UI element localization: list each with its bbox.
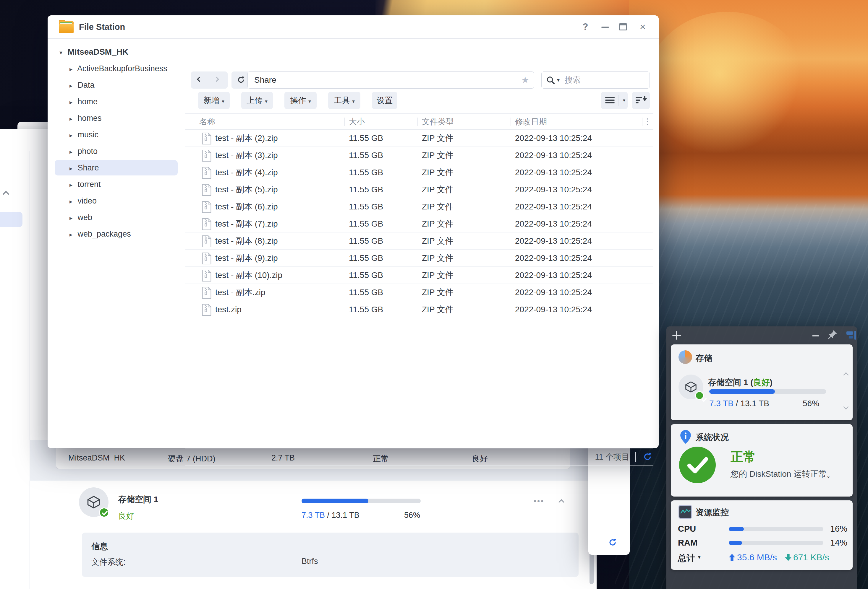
back-button[interactable]	[191, 72, 209, 88]
table-row[interactable]: test - 副本 (7).zip 11.55 GB ZIP 文件 2022-0…	[185, 215, 653, 233]
maximize-icon[interactable]	[618, 21, 629, 32]
column-header-modified[interactable]: 修改日期	[515, 114, 547, 130]
add-widget-icon[interactable]	[672, 331, 682, 340]
sidebar-item-web[interactable]: ▸ web	[47, 209, 184, 226]
zip-file-icon	[201, 304, 212, 316]
table-row[interactable]: test - 副本 (5).zip 11.55 GB ZIP 文件 2022-0…	[185, 181, 653, 198]
toolbar-button-新增[interactable]: 新增▾	[198, 92, 230, 109]
close-icon[interactable]: ×	[637, 21, 648, 32]
sort-button[interactable]	[632, 92, 650, 109]
file-name: test - 副本 (2).zip	[215, 130, 278, 147]
sidebar-item-label: torrent	[78, 180, 101, 189]
expand-triangle-icon[interactable]: ▸	[69, 77, 75, 94]
zip-file-icon	[201, 218, 212, 230]
column-header-size[interactable]: 大小	[349, 114, 365, 130]
minimize-panel-icon[interactable]	[812, 331, 821, 340]
expand-triangle-icon[interactable]: ▸	[69, 193, 75, 210]
table-row[interactable]: test - 副本 (9).zip 11.55 GB ZIP 文件 2022-0…	[185, 250, 653, 267]
expand-triangle-icon[interactable]: ▸	[69, 127, 75, 144]
collapse-section-icon[interactable]	[559, 500, 564, 505]
sort-lines-icon	[636, 97, 642, 105]
file-modified: 2022-09-13 10:25:24	[515, 301, 592, 318]
sidebar-selected-item[interactable]	[0, 212, 22, 227]
expand-triangle-icon[interactable]: ▸	[69, 61, 75, 77]
resource-meter-cpu: CPU 16%	[671, 524, 853, 536]
path-input[interactable]: Share ★	[248, 72, 534, 88]
total-label[interactable]: 总计	[678, 552, 695, 564]
bottom-divider	[185, 465, 653, 466]
help-icon[interactable]: ?	[580, 21, 591, 32]
path-value: Share	[254, 72, 276, 88]
titlebar[interactable]: File Station ? ×	[47, 15, 659, 39]
dock-layout-icon[interactable]	[846, 330, 857, 340]
table-row[interactable]: test - 副本 (10).zip 11.55 GB ZIP 文件 2022-…	[185, 267, 653, 284]
toolbar-button-操作[interactable]: 操作▾	[284, 92, 317, 109]
more-options-icon[interactable]: •••	[534, 496, 544, 506]
table-row[interactable]: test - 副本 (4).zip 11.55 GB ZIP 文件 2022-0…	[185, 164, 653, 181]
sidebar-item-label: video	[78, 196, 97, 205]
table-row[interactable]: test - 副本 (8).zip 11.55 GB ZIP 文件 2022-0…	[185, 233, 653, 250]
file-modified: 2022-09-13 10:25:24	[515, 164, 592, 181]
expand-triangle-icon[interactable]: ▸	[69, 94, 75, 110]
status-check-circle-icon	[679, 447, 716, 483]
sidebar-item-photo[interactable]: ▸ photo	[47, 143, 184, 159]
collapse-chevron-icon[interactable]	[3, 192, 15, 200]
sidebar-item-web_packages[interactable]: ▸ web_packages	[47, 226, 184, 242]
file-name: test - 副本 (7).zip	[215, 215, 278, 232]
sidebar-divider	[30, 151, 30, 589]
minimize-icon[interactable]	[599, 21, 611, 32]
sidebar-item-share[interactable]: ▸ Share	[47, 159, 184, 176]
table-row[interactable]: test - 副本 (2).zip 11.55 GB ZIP 文件 2022-0…	[185, 130, 653, 147]
toolbar-button-工具[interactable]: 工具▾	[328, 92, 360, 109]
drive-status: 正常	[373, 454, 389, 464]
sidebar-item-video[interactable]: ▸ video	[47, 193, 184, 209]
sidebar-item-music[interactable]: ▸ music	[47, 127, 184, 143]
table-row[interactable]: test.zip 11.55 GB ZIP 文件 2022-09-13 10:2…	[185, 301, 653, 318]
sidebar-item-label: photo	[78, 147, 98, 156]
view-mode-button[interactable]: ▾	[601, 92, 627, 109]
sidebar-item-home[interactable]: ▸ home	[47, 93, 184, 110]
table-row[interactable]: test - 副本 (6).zip 11.55 GB ZIP 文件 2022-0…	[185, 198, 653, 215]
storage-widget-title: 存储	[696, 353, 712, 364]
column-menu-icon[interactable]: ⋮	[643, 114, 652, 130]
health-check-badge-icon	[695, 391, 704, 400]
total-caret-icon[interactable]: ▾	[698, 554, 701, 560]
divider	[602, 532, 623, 532]
table-row[interactable]: test - 副本 (3).zip 11.55 GB ZIP 文件 2022-0…	[185, 147, 653, 164]
refresh-icon[interactable]	[604, 534, 614, 545]
expand-triangle-icon[interactable]: ▸	[69, 144, 75, 160]
scroll-down-icon[interactable]	[844, 405, 848, 410]
favorite-star-icon[interactable]: ★	[521, 72, 529, 88]
pin-panel-icon[interactable]	[827, 329, 839, 341]
refresh-list-icon[interactable]	[642, 451, 653, 463]
filesystem-label: 文件系统:	[92, 557, 125, 567]
expand-triangle-icon[interactable]: ▸	[69, 210, 75, 226]
expand-triangle-icon[interactable]: ▸	[69, 177, 75, 193]
sidebar-item-mitseadsm_hk[interactable]: ▾ MitseaDSM_HK	[47, 44, 184, 60]
file-name: test - 副本 (3).zip	[215, 147, 278, 163]
toolbar-button-上传[interactable]: 上传▾	[241, 92, 273, 109]
sidebar-item-label: music	[78, 130, 99, 139]
sidebar-item-data[interactable]: ▸ Data	[47, 77, 184, 93]
system-health-widget: 系统状况 正常 您的 DiskStation 运转正常。	[671, 424, 853, 496]
volume-sep: /	[325, 511, 332, 520]
toolbar-button-设置[interactable]: 设置	[372, 92, 397, 109]
volume-usage-bar	[301, 499, 421, 504]
sidebar-item-homes[interactable]: ▸ homes	[47, 110, 184, 127]
column-header-name[interactable]: 名称	[199, 114, 215, 130]
scroll-up-icon[interactable]	[844, 373, 848, 378]
forward-button[interactable]	[209, 72, 227, 88]
sidebar-item-activebackupforbusiness[interactable]: ▸ ActiveBackupforBusiness	[47, 60, 184, 77]
expand-triangle-icon[interactable]: ▸	[69, 110, 75, 127]
search-input[interactable]: ▾ 搜索	[541, 72, 650, 88]
table-row[interactable]: test - 副本.zip 11.55 GB ZIP 文件 2022-09-13…	[185, 284, 653, 301]
zip-file-icon	[201, 287, 212, 299]
column-header-type[interactable]: 文件类型	[422, 114, 454, 130]
expand-triangle-icon[interactable]: ▾	[59, 44, 65, 61]
sidebar-item-label: web	[78, 213, 93, 222]
sidebar-item-torrent[interactable]: ▸ torrent	[47, 176, 184, 193]
expand-triangle-icon[interactable]: ▸	[69, 160, 75, 177]
search-scope-caret-icon[interactable]: ▾	[557, 72, 559, 88]
upload-speed: 35.6 MB/s	[729, 552, 777, 562]
expand-triangle-icon[interactable]: ▸	[69, 226, 75, 243]
